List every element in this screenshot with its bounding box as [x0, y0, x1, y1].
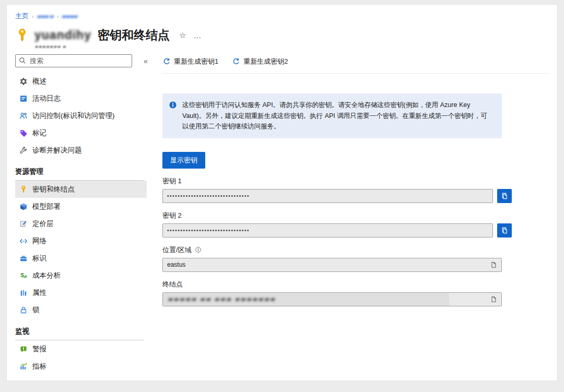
svg-text:$: $: [21, 272, 25, 278]
key2-masked-value: •••••••••••••••••••••••••••••••: [167, 228, 250, 233]
key-icon: [19, 185, 28, 194]
sidebar-item-cost-analysis[interactable]: $ 成本分析: [15, 267, 147, 284]
sidebar-item-label: 访问控制(标识和访问管理): [32, 111, 115, 121]
sidebar-item-activity-log[interactable]: 活动日志: [15, 90, 147, 107]
location-value-field[interactable]: eastus: [162, 258, 502, 272]
page-header: 主页 › ▰▰▰ ▰ › ▰▰▰▰ yuandihy 密钥和终结点 ☆ … ▰▰…: [7, 5, 557, 49]
tag-icon: [19, 129, 28, 137]
refresh-icon: [162, 58, 170, 66]
sidebar-item-label: 指标: [32, 362, 46, 371]
sidebar-item-metrics[interactable]: 指标: [15, 358, 147, 375]
breadcrumb-separator: ›: [57, 13, 59, 19]
sidebar-item-pricing-tier[interactable]: 定价层: [15, 215, 147, 232]
key2-value-field[interactable]: •••••••••••••••••••••••••••••••: [162, 223, 493, 237]
wrench-icon: [19, 146, 28, 155]
access-control-icon: [19, 112, 28, 120]
key1-field-group: 密钥 1 •••••••••••••••••••••••••••••••: [162, 176, 549, 203]
sidebar-item-access-control[interactable]: 访问控制(标识和访问管理): [15, 107, 147, 124]
cost-analysis-icon: $: [19, 271, 28, 280]
regenerate-key2-label: 重新生成密钥2: [243, 57, 288, 66]
endpoint-value-field[interactable]: ▰▰▰▰▰ ▰▰ ▰▰▰ ▰▰▰▰▰▰▰: [162, 292, 502, 306]
sidebar-search: [15, 54, 132, 67]
azure-portal-page: 主页 › ▰▰▰ ▰ › ▰▰▰▰ yuandihy 密钥和终结点 ☆ … ▰▰…: [6, 4, 558, 381]
sidebar-item-label: 定价层: [32, 219, 54, 229]
sidebar-item-overview[interactable]: 概述: [15, 73, 147, 90]
copy-endpoint-button[interactable]: [490, 295, 497, 303]
sidebar-item-label: 活动日志: [32, 94, 61, 103]
sidebar-item-properties[interactable]: 属性: [15, 284, 147, 301]
copy-icon: [490, 261, 497, 268]
sidebar-item-label: 密钥和终结点: [32, 185, 75, 194]
copy-icon: [490, 295, 497, 303]
sidebar-item-tags[interactable]: 标记: [15, 124, 147, 141]
key1-value-field[interactable]: •••••••••••••••••••••••••••••••: [162, 189, 493, 203]
resource-name-redacted: yuandihy: [34, 28, 91, 42]
network-icon: [19, 237, 28, 245]
sidebar-item-keys-endpoint[interactable]: 密钥和终结点: [15, 181, 147, 198]
search-input[interactable]: [15, 54, 132, 67]
cube-icon: [19, 203, 28, 211]
info-icon: [169, 101, 177, 109]
sidebar-item-label: 网络: [32, 236, 46, 246]
copy-key2-button[interactable]: [497, 223, 512, 237]
title-row: yuandihy 密钥和终结点 ☆ …: [15, 27, 549, 43]
properties-bars-icon: [19, 289, 28, 297]
lock-icon: [19, 306, 28, 314]
sidebar-nav: 概述 活动日志 访问控制(标识和访问管理): [15, 73, 155, 378]
sidebar-item-label: 诊断并解决问题: [32, 146, 82, 155]
identity-briefcase-icon: [19, 254, 28, 263]
collapse-sidebar-icon[interactable]: «: [144, 57, 148, 65]
sidebar-item-label: 属性: [32, 288, 46, 298]
sidebar-item-label: 警报: [32, 345, 46, 354]
info-outline-icon[interactable]: [195, 246, 202, 253]
key-icon: [15, 28, 29, 42]
endpoint-field-group: 终结点 ▰▰▰▰▰ ▰▰ ▰▰▰ ▰▰▰▰▰▰▰: [162, 280, 549, 306]
sidebar-item-diagnose[interactable]: 诊断并解决问题: [15, 141, 147, 159]
info-banner: 这些密钥用于访问认知服务 API。请勿共享你的密钥。请安全地存储这些密钥(例如，…: [162, 93, 502, 138]
breadcrumb-separator: ›: [32, 13, 34, 19]
key1-label: 密钥 1: [162, 176, 549, 186]
refresh-icon: [232, 58, 240, 66]
search-icon: [19, 57, 26, 64]
info-banner-text: 这些密钥用于访问认知服务 API。请勿共享你的密钥。请安全地存储这些密钥(例如，…: [182, 100, 494, 132]
sidebar-item-label: 锁: [32, 305, 40, 315]
resource-type-redacted: ▰▰▰▰▰▰▰ ▰: [35, 44, 549, 49]
key2-field-group: 密钥 2 •••••••••••••••••••••••••••••••: [162, 211, 549, 237]
sidebar-item-identity[interactable]: 标识: [15, 250, 147, 267]
endpoint-label: 终结点: [162, 280, 549, 289]
location-label: 位置/区域: [162, 245, 192, 255]
copy-icon: [501, 227, 509, 234]
toolbar-divider: [162, 73, 549, 74]
more-options-icon[interactable]: …: [193, 31, 202, 40]
sidebar-item-alerts[interactable]: 警报: [15, 340, 147, 358]
sidebar-section-monitoring: 监视: [15, 324, 144, 340]
sidebar-item-label: 成本分析: [32, 271, 61, 280]
sidebar-item-label: 标识: [32, 254, 46, 263]
openai-logo-icon: [19, 77, 28, 86]
favorite-star-icon[interactable]: ☆: [179, 31, 186, 40]
copy-location-button[interactable]: [490, 261, 497, 268]
breadcrumb-redacted-link-1[interactable]: ▰▰▰ ▰: [37, 13, 54, 20]
main-content: 重新生成密钥1 重新生成密钥2 这些密钥用于访问认知服务 API。请: [155, 52, 557, 378]
regenerate-key1-button[interactable]: 重新生成密钥1: [162, 57, 218, 66]
key1-masked-value: •••••••••••••••••••••••••••••••: [167, 193, 250, 199]
copy-key1-button[interactable]: [497, 189, 512, 203]
sidebar-item-label: 模型部署: [32, 202, 61, 211]
sidebar: « 概述 活动日志: [7, 52, 155, 378]
sidebar-section-resource-management: 资源管理: [15, 164, 144, 181]
sidebar-item-label: 概述: [32, 77, 46, 86]
sidebar-item-locks[interactable]: 锁: [15, 301, 147, 318]
show-keys-button[interactable]: 显示密钥: [162, 152, 205, 169]
page-title: 密钥和终结点: [98, 27, 170, 43]
sidebar-item-diagnostic-settings[interactable]: 诊断设置: [15, 375, 147, 378]
regenerate-key2-button[interactable]: 重新生成密钥2: [232, 57, 288, 66]
sidebar-item-label: 标记: [32, 128, 46, 138]
sidebar-item-model-deployments[interactable]: 模型部署: [15, 198, 147, 215]
endpoint-value-redacted: ▰▰▰▰▰ ▰▰ ▰▰▰ ▰▰▰▰▰▰▰: [168, 295, 276, 303]
breadcrumb-home-link[interactable]: 主页: [15, 11, 29, 21]
sidebar-item-networking[interactable]: 网络: [15, 232, 147, 250]
command-bar: 重新生成密钥1 重新生成密钥2: [162, 53, 549, 70]
breadcrumb-redacted-link-2[interactable]: ▰▰▰▰: [62, 13, 77, 20]
breadcrumb: 主页 › ▰▰▰ ▰ › ▰▰▰▰: [15, 11, 549, 21]
metrics-chart-icon: [19, 362, 28, 371]
